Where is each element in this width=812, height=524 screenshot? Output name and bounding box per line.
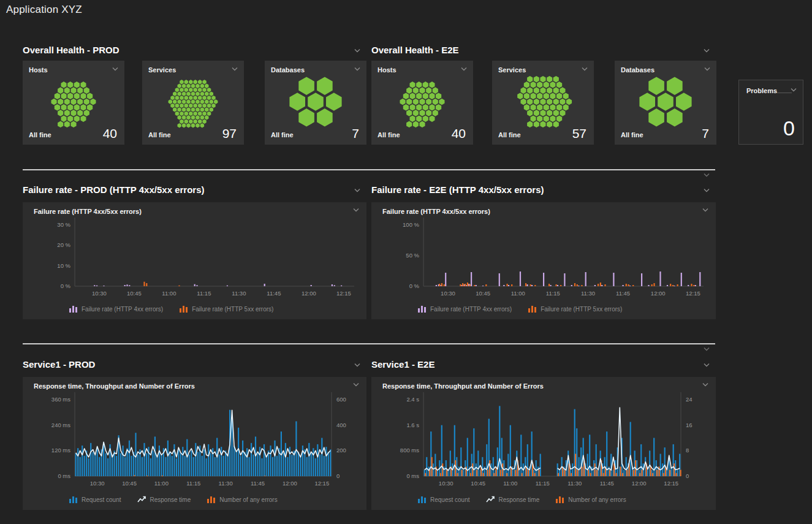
legend-item-4xx: Failure rate (HTTP 4xx errors): [69, 305, 163, 313]
svg-text:12:15: 12:15: [686, 290, 700, 297]
legend-item-5xx: Failure rate (HTTP 5xx errors): [528, 305, 622, 313]
chevron-down-icon[interactable]: [789, 87, 798, 93]
chevron-down-icon[interactable]: [353, 48, 362, 54]
chart-title: Failure rate (HTTP 4xx/5xx errors): [382, 208, 490, 215]
legend-label: Request count: [430, 496, 470, 503]
chevron-down-icon[interactable]: [702, 188, 711, 194]
chevron-down-icon[interactable]: [701, 207, 710, 213]
chevron-down-icon[interactable]: [702, 346, 711, 352]
svg-text:400: 400: [336, 422, 346, 428]
svg-text:50 %: 50 %: [406, 252, 419, 259]
section-divider: [23, 169, 715, 170]
legend-item-4xx: Failure rate (HTTP 4xx errors): [417, 305, 512, 313]
chevron-down-icon[interactable]: [460, 66, 468, 72]
svg-text:10:45: 10:45: [127, 290, 142, 297]
chart-title: Response time, Throughput and Number of …: [34, 382, 195, 390]
chart-legend: Request count Response time Number of an…: [417, 496, 626, 503]
svg-text:10:45: 10:45: [122, 480, 137, 487]
svg-text:0 ms: 0 ms: [406, 473, 419, 479]
section-title-failure-e2e: Failure rate - E2E (HTTP 4xx/5xx errors): [371, 184, 544, 195]
svg-text:0 %: 0 %: [61, 283, 71, 289]
failure-rate-prod-chart[interactable]: 0 %10 %20 %30 %10:3010:4511:0011:1511:30…: [23, 202, 366, 319]
legend-item-request-count: Request count: [417, 496, 470, 503]
chart-title: Failure rate (HTTP 4xx/5xx errors): [34, 208, 142, 215]
chevron-down-icon[interactable]: [353, 188, 362, 194]
chevron-down-icon[interactable]: [702, 362, 711, 368]
tile-status: All fine: [498, 131, 521, 139]
failure-rate-e2e-chart[interactable]: 0 %50 %100 %10:3010:4511:0011:1511:3011:…: [371, 202, 716, 319]
svg-text:600: 600: [336, 396, 346, 403]
svg-text:11:00: 11:00: [503, 480, 517, 487]
tile-status: All fine: [271, 131, 294, 139]
svg-text:10:30: 10:30: [441, 290, 455, 297]
svg-text:11:00: 11:00: [162, 290, 176, 297]
bar-series-icon: [417, 496, 427, 503]
service1-e2e-chart[interactable]: 0 ms800 ms1.6 s2.4 s08162410:3010:4511:0…: [371, 377, 716, 510]
health-tile-databases-e2e[interactable]: Databases All fine 7: [615, 61, 716, 145]
chevron-down-icon[interactable]: [702, 48, 711, 54]
tile-count: 7: [352, 126, 359, 141]
svg-text:8: 8: [686, 447, 689, 454]
failure-rate-e2e-panel: 0 %50 %100 %10:3010:4511:0011:1511:3011:…: [371, 202, 716, 319]
health-tile-databases-prod[interactable]: Databases All fine 7: [265, 61, 366, 145]
legend-label: Response time: [150, 496, 191, 503]
health-honeycomb: [492, 74, 594, 129]
health-tile-services-prod[interactable]: Services All fine 97: [142, 61, 244, 145]
tile-label: Databases: [271, 66, 305, 74]
svg-text:12:00: 12:00: [632, 480, 647, 487]
chart-title: Response time, Throughput and Number of …: [382, 382, 544, 390]
svg-text:11:00: 11:00: [154, 480, 169, 487]
chevron-down-icon[interactable]: [230, 66, 239, 72]
chart-legend: Request count Response time Number of an…: [69, 496, 278, 503]
legend-label: Number of any errors: [568, 496, 626, 503]
health-honeycomb: [371, 74, 473, 129]
bar-series-icon: [69, 496, 78, 503]
chevron-down-icon[interactable]: [703, 66, 711, 72]
svg-text:11:30: 11:30: [581, 290, 595, 297]
legend-item-5xx: Failure rate (HTTP 5xx errors): [179, 305, 273, 313]
legend-item-response-time: Response time: [137, 496, 191, 503]
chevron-down-icon[interactable]: [353, 66, 362, 72]
svg-text:10:45: 10:45: [476, 290, 490, 297]
chevron-down-icon[interactable]: [580, 66, 589, 72]
chevron-down-icon[interactable]: [353, 362, 362, 368]
failure-rate-prod-panel: 0 %10 %20 %30 %10:3010:4511:0011:1511:30…: [23, 202, 366, 319]
line-series-icon: [137, 496, 146, 503]
chevron-down-icon[interactable]: [352, 207, 360, 213]
problems-tile[interactable]: Problems 0: [738, 80, 803, 145]
health-tile-services-e2e[interactable]: Services All fine 57: [492, 61, 594, 145]
svg-text:12:15: 12:15: [314, 480, 329, 487]
health-honeycomb: [615, 74, 716, 129]
svg-text:30 %: 30 %: [57, 221, 70, 228]
tile-count: 97: [222, 126, 237, 141]
legend-label: Number of any errors: [219, 496, 277, 503]
svg-text:11:30: 11:30: [567, 480, 582, 487]
service1-prod-chart[interactable]: 0 ms120 ms240 ms360 ms020040060010:3010:…: [23, 377, 366, 510]
legend-label: Response time: [499, 496, 540, 503]
tile-count: 57: [572, 126, 586, 141]
chevron-down-icon[interactable]: [702, 172, 711, 178]
chevron-down-icon[interactable]: [111, 66, 120, 72]
service1-e2e-panel: 0 ms800 ms1.6 s2.4 s08162410:3010:4511:0…: [371, 377, 716, 510]
svg-text:10:30: 10:30: [439, 480, 453, 487]
problems-label: Problems: [746, 87, 777, 94]
svg-text:800 ms: 800 ms: [400, 447, 419, 454]
svg-text:11:45: 11:45: [251, 480, 265, 487]
tile-status: All fine: [621, 131, 643, 139]
problems-count: 0: [783, 116, 795, 140]
svg-text:11:15: 11:15: [186, 480, 200, 487]
chevron-down-icon[interactable]: [352, 382, 360, 388]
tile-label: Services: [498, 66, 526, 74]
svg-text:0: 0: [336, 473, 340, 479]
legend-item-response-time: Response time: [486, 496, 540, 503]
health-tile-hosts-e2e[interactable]: Hosts All fine 40: [371, 61, 473, 145]
svg-text:200: 200: [336, 447, 346, 454]
svg-text:10:45: 10:45: [471, 480, 485, 487]
tile-label: Hosts: [378, 66, 397, 74]
chevron-down-icon[interactable]: [701, 382, 710, 388]
bar-series-icon: [417, 305, 427, 313]
svg-text:11:00: 11:00: [511, 290, 525, 297]
service1-prod-panel: 0 ms120 ms240 ms360 ms020040060010:3010:…: [23, 377, 366, 510]
tile-status: All fine: [378, 131, 400, 139]
health-tile-hosts-prod[interactable]: Hosts All fine 40: [23, 61, 124, 145]
